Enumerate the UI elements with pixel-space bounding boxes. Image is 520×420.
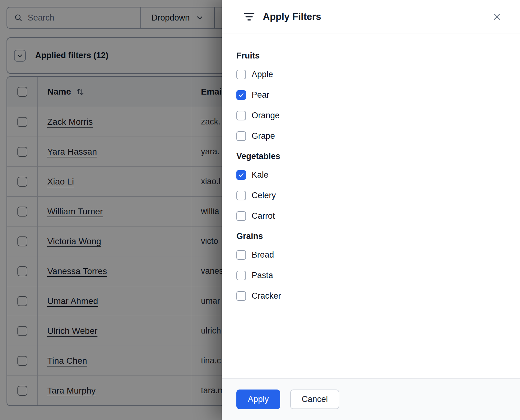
filter-option[interactable]: Bread: [236, 250, 508, 260]
filter-option[interactable]: Pasta: [236, 270, 508, 280]
filter-section: Fruits Apple Pear Orange Grape: [236, 51, 508, 141]
filter-option[interactable]: Pear: [236, 90, 508, 100]
filter-checkbox[interactable]: [236, 70, 246, 79]
apply-filters-panel: Apply Filters Fruits Apple Pear Orange: [222, 0, 520, 420]
filter-option[interactable]: Apple: [236, 69, 508, 79]
filter-option-label: Celery: [252, 191, 276, 200]
filter-checkbox[interactable]: [236, 271, 246, 280]
filter-option-label: Bread: [252, 250, 274, 260]
filter-option[interactable]: Kale: [236, 170, 508, 180]
panel-footer: Apply Cancel: [222, 378, 520, 420]
filter-option[interactable]: Cracker: [236, 291, 508, 301]
filter-option-label: Cracker: [252, 291, 281, 301]
filter-options: Kale Celery Carrot: [236, 170, 508, 221]
filter-checkbox[interactable]: [236, 131, 246, 141]
filter-option-label: Kale: [252, 170, 268, 180]
filter-option-label: Carrot: [252, 211, 275, 221]
filter-section-heading: Grains: [236, 231, 508, 241]
filter-option-label: Orange: [252, 111, 280, 120]
filter-options: Bread Pasta Cracker: [236, 250, 508, 301]
filter-checkbox[interactable]: [236, 191, 246, 200]
filter-checkbox-checked[interactable]: [236, 170, 246, 180]
filter-lines-icon: [244, 12, 255, 21]
filter-section-heading: Fruits: [236, 51, 508, 61]
panel-header: Apply Filters: [222, 0, 520, 34]
filter-option[interactable]: Celery: [236, 190, 508, 200]
filter-checkbox[interactable]: [236, 291, 246, 301]
filter-option-label: Pear: [252, 90, 269, 100]
panel-title: Apply Filters: [263, 11, 321, 22]
filter-checkbox[interactable]: [236, 111, 246, 120]
filter-section: Vegetables Kale Celery Carrot: [236, 152, 508, 221]
filter-option-label: Pasta: [252, 271, 273, 280]
filter-section: Grains Bread Pasta Cracker: [236, 231, 508, 301]
filter-checkbox[interactable]: [236, 250, 246, 260]
panel-body: Fruits Apple Pear Orange Grape Vegetable…: [222, 34, 520, 301]
filter-option[interactable]: Orange: [236, 110, 508, 120]
filter-option[interactable]: Carrot: [236, 211, 508, 221]
close-icon: [492, 12, 502, 21]
apply-button[interactable]: Apply: [236, 390, 280, 409]
filter-option[interactable]: Grape: [236, 131, 508, 141]
close-button[interactable]: [490, 10, 504, 24]
filter-section-heading: Vegetables: [236, 152, 508, 161]
filter-checkbox-checked[interactable]: [236, 90, 246, 100]
filter-option-label: Apple: [252, 70, 273, 79]
filter-options: Apple Pear Orange Grape: [236, 69, 508, 141]
filter-option-label: Grape: [252, 131, 275, 141]
cancel-button[interactable]: Cancel: [290, 390, 339, 409]
filter-checkbox[interactable]: [236, 211, 246, 221]
